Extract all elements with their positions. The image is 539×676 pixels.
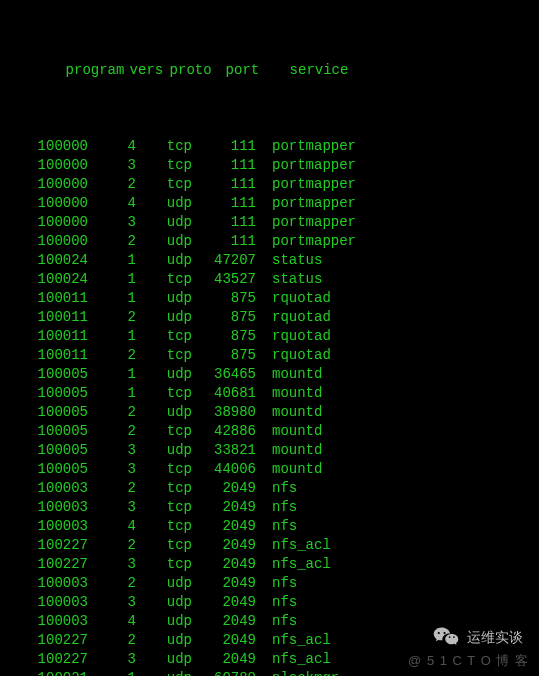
header-port: port — [226, 61, 282, 80]
cell-service: status — [256, 270, 322, 289]
cell-service: nfs_acl — [256, 650, 331, 669]
cell-program: 100003 — [0, 574, 88, 593]
cell-service: nfs — [256, 612, 297, 631]
cell-proto: tcp — [136, 156, 192, 175]
cell-port: 111 — [192, 232, 256, 251]
cell-vers: 2 — [88, 631, 136, 650]
cell-service: nlockmgr — [256, 669, 339, 676]
cell-program: 100005 — [0, 460, 88, 479]
cell-proto: tcp — [136, 327, 192, 346]
cell-port: 2049 — [192, 498, 256, 517]
cell-port: 33821 — [192, 441, 256, 460]
cell-service: mountd — [256, 403, 322, 422]
cell-proto: tcp — [136, 498, 192, 517]
cell-proto: udp — [136, 669, 192, 676]
cell-port: 2049 — [192, 631, 256, 650]
cell-program: 100005 — [0, 441, 88, 460]
table-row: 1000111udp875rquotad — [0, 289, 539, 308]
cell-program: 100227 — [0, 555, 88, 574]
cell-service: nfs — [256, 593, 297, 612]
cell-proto: tcp — [136, 555, 192, 574]
table-row: 1002272tcp2049nfs_acl — [0, 536, 539, 555]
cell-service: rquotad — [256, 327, 331, 346]
cell-proto: udp — [136, 365, 192, 384]
cell-vers: 2 — [88, 479, 136, 498]
cell-service: nfs — [256, 498, 297, 517]
cell-program: 100011 — [0, 327, 88, 346]
cell-port: 36465 — [192, 365, 256, 384]
cell-vers: 4 — [88, 517, 136, 536]
terminal-output: programversprotoportservice 1000004tcp11… — [0, 0, 539, 676]
cell-proto: udp — [136, 593, 192, 612]
cell-vers: 1 — [88, 327, 136, 346]
cell-service: mountd — [256, 441, 322, 460]
cell-vers: 4 — [88, 194, 136, 213]
cell-proto: tcp — [136, 460, 192, 479]
watermark-badge: 运维实谈 — [433, 626, 523, 648]
cell-program: 100005 — [0, 422, 88, 441]
watermark-corner: @ 5 1 C T O 博 客 — [408, 651, 529, 670]
cell-service: mountd — [256, 365, 322, 384]
cell-proto: tcp — [136, 517, 192, 536]
table-row: 1000051udp36465mountd — [0, 365, 539, 384]
table-row: 1000211udp60780nlockmgr — [0, 669, 539, 676]
cell-program: 100005 — [0, 365, 88, 384]
table-row: 1000034tcp2049nfs — [0, 517, 539, 536]
cell-proto: tcp — [136, 384, 192, 403]
cell-vers: 3 — [88, 555, 136, 574]
table-row: 1000004udp111portmapper — [0, 194, 539, 213]
cell-vers: 2 — [88, 574, 136, 593]
cell-service: mountd — [256, 422, 322, 441]
cell-service: portmapper — [256, 232, 356, 251]
table-row: 1000032udp2049nfs — [0, 574, 539, 593]
cell-program: 100000 — [0, 194, 88, 213]
cell-vers: 1 — [88, 384, 136, 403]
cell-service: rquotad — [256, 346, 331, 365]
cell-port: 47207 — [192, 251, 256, 270]
cell-service: rquotad — [256, 289, 331, 308]
table-row: 1000241udp47207status — [0, 251, 539, 270]
header-vers: vers — [130, 61, 170, 80]
cell-service: rquotad — [256, 308, 331, 327]
cell-port: 875 — [192, 289, 256, 308]
cell-vers: 3 — [88, 593, 136, 612]
cell-port: 2049 — [192, 536, 256, 555]
cell-port: 111 — [192, 137, 256, 156]
cell-port: 40681 — [192, 384, 256, 403]
cell-port: 111 — [192, 175, 256, 194]
cell-port: 2049 — [192, 650, 256, 669]
cell-vers: 2 — [88, 536, 136, 555]
cell-program: 100024 — [0, 270, 88, 289]
cell-vers: 3 — [88, 156, 136, 175]
header-proto: proto — [170, 61, 226, 80]
wechat-icon — [433, 626, 459, 648]
cell-proto: udp — [136, 194, 192, 213]
cell-port: 2049 — [192, 593, 256, 612]
cell-vers: 2 — [88, 422, 136, 441]
cell-vers: 2 — [88, 232, 136, 251]
cell-proto: udp — [136, 574, 192, 593]
cell-proto: udp — [136, 441, 192, 460]
cell-service: mountd — [256, 460, 322, 479]
table-row: 1000002tcp111portmapper — [0, 175, 539, 194]
cell-port: 43527 — [192, 270, 256, 289]
header-service: service — [282, 61, 349, 80]
cell-vers: 1 — [88, 270, 136, 289]
cell-port: 2049 — [192, 574, 256, 593]
cell-program: 100003 — [0, 498, 88, 517]
cell-proto: tcp — [136, 137, 192, 156]
cell-program: 100000 — [0, 156, 88, 175]
cell-proto: tcp — [136, 270, 192, 289]
cell-service: nfs — [256, 517, 297, 536]
table-row: 1000033tcp2049nfs — [0, 498, 539, 517]
cell-proto: tcp — [136, 422, 192, 441]
cell-service: portmapper — [256, 156, 356, 175]
cell-program: 100011 — [0, 346, 88, 365]
cell-proto: tcp — [136, 175, 192, 194]
cell-port: 2049 — [192, 612, 256, 631]
cell-program: 100000 — [0, 213, 88, 232]
table-header-row: programversprotoportservice — [0, 42, 539, 99]
cell-service: nfs_acl — [256, 555, 331, 574]
table-row: 1000003tcp111portmapper — [0, 156, 539, 175]
cell-program: 100227 — [0, 631, 88, 650]
